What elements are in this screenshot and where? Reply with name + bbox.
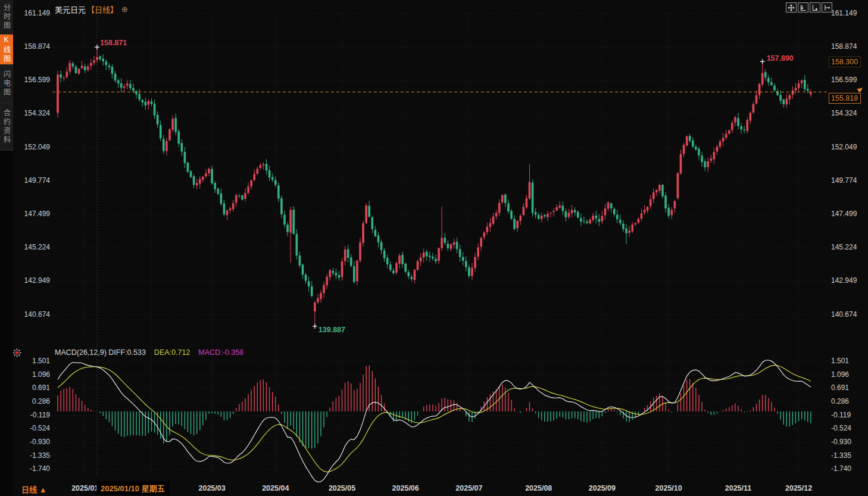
chart-header: 美元日元 【日线】 ⊕ xyxy=(55,4,128,15)
axis-scale-right-icon[interactable] xyxy=(810,2,820,13)
macd-axis-label: 1.501 xyxy=(831,357,849,365)
recent-high-annotation: 157.890 xyxy=(767,54,794,63)
period-low-annotation: 139.887 xyxy=(319,326,345,334)
month-label: 2025/10 xyxy=(655,484,682,492)
month-label: 2025/11 xyxy=(725,484,752,492)
month-label: 2025/03 xyxy=(198,484,225,492)
month-label: 2025/07 xyxy=(455,484,482,492)
month-label: 2025/12 xyxy=(785,484,812,492)
indicator-marker-icon[interactable] xyxy=(13,348,21,360)
sidebar-tab-contract-info[interactable]: 合约资料 xyxy=(0,103,13,151)
macd-axis-label: -0.930 xyxy=(831,438,851,446)
sidebar-tab-kline-chart[interactable]: K线图 xyxy=(0,35,13,65)
macd-bar-value: MACD:-0.358 xyxy=(198,348,243,357)
price-axis-label: 147.499 xyxy=(831,210,857,218)
macd-axis-label: -1.740 xyxy=(831,464,851,473)
axis-scale-left-icon[interactable] xyxy=(798,2,808,13)
settings-gear-icon[interactable]: ⊕ xyxy=(121,5,128,14)
price-axis-label: 142.949 xyxy=(831,276,857,285)
trading-app-window: 分时图K线图闪电图合约资料 美元日元 【日线】 ⊕ 161.149161.149… xyxy=(0,0,868,496)
macd-axis-label: 0.691 xyxy=(831,383,849,392)
price-axis-label: 161.149 xyxy=(831,9,857,17)
sidebar-tab-time-chart[interactable]: 分时图 xyxy=(0,0,13,35)
period-tag: 【日线】 xyxy=(87,4,118,15)
sidebar-tab-lightning-chart[interactable]: 闪电图 xyxy=(0,65,13,103)
date-axis-bar: 日线 ▲ 2025/01/10 星期五 2025/012025/022025/0… xyxy=(13,479,868,496)
period-selector-button[interactable]: 日线 ▲ xyxy=(21,483,47,495)
month-label: 2025/08 xyxy=(525,484,552,492)
macd-axis-label: -0.524 xyxy=(831,424,851,432)
chart-canvas[interactable] xyxy=(0,0,868,496)
month-label: 2025/06 xyxy=(392,484,419,492)
axis-shift-right-icon[interactable] xyxy=(822,2,832,13)
macd-name-and-diff: MACD(26,12,9) DIFF:0.533 xyxy=(55,348,146,357)
last-price-label: 155.818 xyxy=(829,93,861,104)
chart-type-sidebar: 分时图K线图闪电图合约资料 xyxy=(0,0,13,496)
alert-price-label[interactable]: 158.300 xyxy=(829,57,861,67)
chart-toolbar xyxy=(786,2,832,13)
pan-tool-icon[interactable] xyxy=(786,2,797,13)
period-high-annotation: 158.871 xyxy=(100,39,127,47)
price-axis-label: 145.224 xyxy=(831,243,857,251)
macd-axis-label: -1.335 xyxy=(831,451,851,460)
price-axis-label: 140.674 xyxy=(831,310,857,319)
month-label: 2025/05 xyxy=(329,484,355,492)
price-axis-label: 154.324 xyxy=(831,109,857,117)
macd-axis-label: 1.096 xyxy=(831,370,849,379)
period-arrow-icon: ▲ xyxy=(39,485,47,494)
macd-axis-label: 0.286 xyxy=(831,397,849,405)
price-axis-label: 152.049 xyxy=(831,143,857,151)
macd-axis-label: -0.119 xyxy=(831,411,851,419)
month-label: 2025/09 xyxy=(589,484,616,492)
symbol-title: 美元日元 xyxy=(55,4,86,15)
price-axis-label: 149.774 xyxy=(831,176,857,185)
price-axis-label: 156.599 xyxy=(831,76,857,84)
month-label: 2025/04 xyxy=(262,484,289,492)
month-label: 2025/01 xyxy=(71,484,98,492)
macd-dea-value: DEA:0.712 xyxy=(154,348,190,357)
macd-indicator-header: MACD(26,12,9) DIFF:0.533DEA:0.712MACD:-0… xyxy=(55,348,243,357)
crosshair-date-tooltip: 2025/01/10 星期五 xyxy=(96,481,169,495)
price-axis-label: 158.874 xyxy=(831,42,857,51)
